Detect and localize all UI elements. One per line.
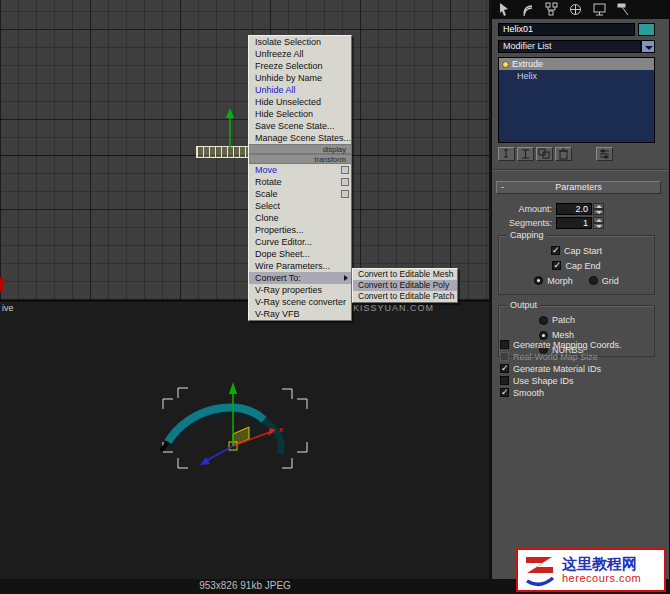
menu-item-vray-vfb[interactable]: V-Ray VFB (249, 308, 351, 320)
segments-input[interactable]: 1 (556, 217, 592, 229)
scale-settings-icon[interactable] (341, 190, 349, 198)
cap-end-checkbox[interactable]: Cap End (552, 259, 600, 272)
smooth-checkbox[interactable]: Smooth (500, 387, 622, 398)
menu-item-isolate-selection[interactable]: Isolate Selection (249, 36, 351, 48)
menu-item-move[interactable]: Move (249, 164, 351, 176)
menu-item-wire-parameters[interactable]: Wire Parameters... (249, 260, 351, 272)
segments-spinner[interactable] (593, 217, 604, 229)
configure-modifier-sets-button[interactable] (596, 147, 613, 161)
menu-item-hide-selection[interactable]: Hide Selection (249, 108, 351, 120)
menu-item-convert-editable-patch[interactable]: Convert to Editable Patch (353, 291, 457, 302)
grid-radio[interactable]: Grid (589, 274, 619, 287)
tab-hierarchy[interactable] (543, 1, 560, 17)
morph-radio[interactable]: Morph (534, 274, 573, 287)
helix-object[interactable] (168, 407, 264, 442)
menu-item-convert-to[interactable]: Convert To: (249, 272, 351, 284)
segments-label: Segments: (492, 217, 552, 229)
context-menu: Isolate Selection Unfreeze All Freeze Se… (248, 35, 352, 321)
menu-item-convert-editable-poly[interactable]: Convert to Editable Poly (353, 280, 457, 291)
viewport-label: ive (2, 303, 14, 313)
y-axis-gizmo-arrow[interactable] (220, 106, 240, 150)
tab-display[interactable] (591, 1, 608, 17)
site-name: 这里教程网 (562, 556, 641, 573)
modifier-list-dropdown[interactable]: Modifier List (498, 40, 641, 53)
real-world-checkbox: Real-World Map Size (500, 351, 622, 362)
spinner-down-icon[interactable] (593, 223, 604, 229)
site-url: herecours.com (562, 572, 641, 584)
menu-item-unhide-by-name[interactable]: Unhide by Name (249, 72, 351, 84)
menu-item-unhide-all[interactable]: Unhide All (249, 84, 351, 96)
gen-mapping-checkbox[interactable]: Generate Mapping Coords. (500, 339, 622, 350)
menu-item-clone[interactable]: Clone (249, 212, 351, 224)
menu-item-hide-unselected[interactable]: Hide Unselected (249, 96, 351, 108)
transform-gizmo[interactable]: x (140, 370, 330, 482)
menu-item-select[interactable]: Select (249, 200, 351, 212)
checkbox-icon (500, 376, 509, 385)
submenu-arrow-icon (344, 275, 348, 281)
z-axis-arrow[interactable] (204, 446, 233, 462)
remove-modifier-button[interactable] (555, 147, 572, 161)
menu-item-scale[interactable]: Scale (249, 188, 351, 200)
gen-material-checkbox[interactable]: Generate Material IDs (500, 363, 622, 374)
radio-icon (589, 276, 598, 285)
patch-radio[interactable]: Patch (539, 314, 575, 327)
menu-item-dope-sheet[interactable]: Dope Sheet... (249, 248, 351, 260)
menu-item-vray-properties[interactable]: V-Ray properties (249, 284, 351, 296)
object-color-swatch[interactable] (638, 23, 655, 36)
checkbox-icon (500, 364, 509, 373)
make-unique-icon (538, 148, 551, 160)
menu-item-convert-editable-mesh[interactable]: Convert to Editable Mesh (353, 269, 457, 280)
menu-item-curve-editor[interactable]: Curve Editor... (249, 236, 351, 248)
menu-item-save-scene-state[interactable]: Save Scene State... (249, 120, 351, 132)
output-group-title: Output (507, 300, 540, 311)
menu-item-vray-scene-converter[interactable]: V-Ray scene converter (249, 296, 351, 308)
spinner-down-icon[interactable] (593, 209, 604, 215)
menu-item-freeze-selection[interactable]: Freeze Selection (249, 60, 351, 72)
checkbox-icon (500, 388, 509, 397)
viewport-edge-marker (0, 278, 3, 292)
tab-modify[interactable] (519, 1, 536, 17)
menu-item-unfreeze-all[interactable]: Unfreeze All (249, 48, 351, 60)
checkbox-icon (551, 246, 560, 255)
use-shape-checkbox[interactable]: Use Shape IDs (500, 375, 622, 386)
options-checkboxes: Generate Mapping Coords. Real-World Map … (500, 339, 622, 398)
radio-icon (534, 276, 543, 285)
dropdown-arrow-button[interactable] (641, 40, 655, 53)
create-icon (497, 2, 510, 17)
modify-icon (521, 2, 534, 17)
tab-utilities[interactable] (615, 1, 632, 17)
image-info-text: 953x826 91kb JPEG (0, 578, 490, 594)
parameters-rollout-header[interactable]: - Parameters (496, 181, 661, 194)
menu-item-properties[interactable]: Properties... (249, 224, 351, 236)
object-name-input[interactable]: Helix01 (498, 23, 635, 36)
cap-start-checkbox[interactable]: Cap Start (551, 244, 602, 257)
capping-group: Capping Cap Start Cap End Morph Grid (498, 235, 655, 295)
tab-create[interactable] (495, 1, 512, 17)
pin-stack-button[interactable] (498, 147, 515, 161)
configure-icon (598, 148, 611, 160)
menu-item-rotate[interactable]: Rotate (249, 176, 351, 188)
rotate-settings-icon[interactable] (341, 178, 349, 186)
y-axis-arrowhead (229, 382, 237, 394)
utilities-icon (617, 2, 630, 17)
menu-item-manage-scene-states[interactable]: Manage Scene States... (249, 132, 351, 144)
move-settings-icon[interactable] (341, 166, 349, 174)
amount-input[interactable]: 2.0 (556, 203, 592, 215)
show-end-result-button[interactable] (517, 147, 534, 161)
motion-icon (569, 2, 582, 17)
trash-icon (557, 148, 570, 160)
watermark: KISSYUAN.COM (353, 303, 434, 313)
command-panel: Helix01 Modifier List Extrude Helix (491, 0, 670, 579)
show-end-result-icon (519, 148, 532, 160)
collapse-icon: - (501, 182, 504, 193)
command-panel-tabs (495, 1, 632, 17)
viewport-top[interactable] (0, 0, 489, 301)
display-icon (593, 2, 606, 17)
tab-motion[interactable] (567, 1, 584, 17)
stack-item-helix[interactable]: Helix (499, 70, 654, 82)
visibility-bulb-icon[interactable] (502, 61, 509, 68)
make-unique-button[interactable] (536, 147, 553, 161)
modifier-stack: Extrude Helix (498, 57, 655, 143)
amount-spinner[interactable] (593, 203, 604, 215)
stack-item-extrude[interactable]: Extrude (499, 58, 654, 70)
